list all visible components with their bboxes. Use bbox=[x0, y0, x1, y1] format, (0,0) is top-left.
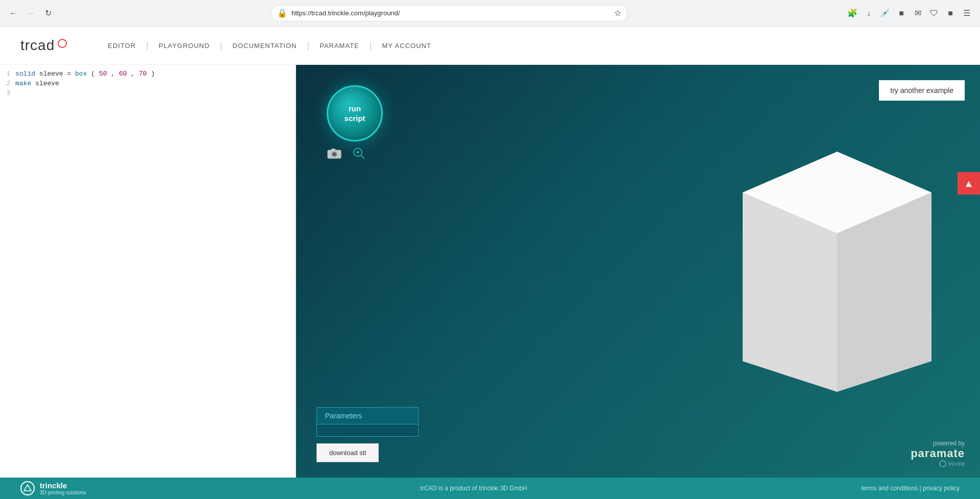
viewport-icons bbox=[327, 147, 365, 163]
nav-item-paramate[interactable]: PARAMATE bbox=[309, 42, 370, 50]
nav-menu: EDITOR | PLAYGROUND | DOCUMENTATION | PA… bbox=[97, 40, 442, 51]
code-num-3: 70 bbox=[139, 70, 147, 78]
browser-toolbar-right: 🧩 ↓ 💉 ■ ✉ 🛡 ■ ☰ bbox=[845, 6, 974, 20]
code-line-3: 3 bbox=[0, 88, 296, 98]
code-paren-close: ) bbox=[151, 70, 155, 78]
keyword-solid: solid bbox=[15, 70, 35, 78]
3d-box bbox=[743, 141, 932, 397]
warning-icon[interactable]: ▲ bbox=[958, 172, 980, 195]
star-icon: ☆ bbox=[614, 8, 621, 18]
keyword-make: make bbox=[15, 80, 31, 87]
download-icon[interactable]: ↓ bbox=[862, 6, 876, 20]
code-text-1: solid sleeve = box ( 50 , 60 , 70 ) bbox=[15, 70, 296, 78]
addon-icon[interactable]: ■ bbox=[943, 6, 958, 20]
viewport: run script try another example ▲ bbox=[296, 65, 980, 478]
logo-text: trcad bbox=[20, 37, 55, 54]
forward-button[interactable]: → bbox=[23, 6, 38, 20]
run-script-button[interactable]: run script bbox=[327, 85, 383, 141]
zoom-icon[interactable] bbox=[352, 147, 365, 163]
footer-trinckle-icon bbox=[20, 481, 35, 495]
shield-icon: 🔒 bbox=[277, 8, 287, 18]
3d-box-container bbox=[735, 126, 939, 412]
footer: trinckle 3D printing solutions trCAD is … bbox=[0, 478, 980, 499]
code-comma-2: , bbox=[131, 70, 139, 78]
keyword-func: box bbox=[75, 70, 87, 78]
code-comma-1: , bbox=[111, 70, 119, 78]
paramate-logo: paramate bbox=[911, 447, 965, 460]
reload-button[interactable]: ↻ bbox=[41, 6, 55, 20]
url-input[interactable] bbox=[291, 9, 610, 17]
code-text-2: make sleeve bbox=[15, 80, 296, 87]
browser-chrome: ← → ↻ 🔒 ☆ 🧩 ↓ 💉 ■ ✉ 🛡 ■ ☰ bbox=[0, 0, 980, 27]
powered-by: powered by paramate trinckle bbox=[911, 440, 965, 467]
svg-marker-16 bbox=[24, 485, 31, 491]
extensions-icon[interactable]: 🧩 bbox=[845, 6, 860, 20]
logo-icon bbox=[58, 39, 67, 48]
editor-panel[interactable]: 1 solid sleeve = box ( 50 , 60 , 70 ) 2 bbox=[0, 65, 296, 478]
parameters-header[interactable]: Parameters bbox=[316, 407, 419, 424]
security-icon[interactable]: 🛡 bbox=[927, 6, 941, 20]
line-number-2: 2 bbox=[0, 80, 15, 87]
nav-item-documentation[interactable]: DOCUMENTATION bbox=[223, 42, 307, 50]
camera-icon[interactable] bbox=[327, 147, 342, 162]
logo: trcad bbox=[20, 37, 67, 54]
main-content: 1 solid sleeve = box ( 50 , 60 , 70 ) 2 bbox=[0, 65, 980, 478]
nav-item-playground[interactable]: PLAYGROUND bbox=[149, 42, 220, 50]
try-another-example-button[interactable]: try another example bbox=[879, 80, 965, 101]
menu-icon[interactable]: ☰ bbox=[960, 6, 974, 20]
footer-links-text: terms and conditions | privacy policy bbox=[861, 485, 960, 492]
nav-buttons: ← → ↻ bbox=[6, 6, 55, 20]
download-stl-button[interactable]: download stl bbox=[316, 443, 379, 462]
code-line-2: 2 make sleeve bbox=[0, 79, 296, 88]
svg-rect-2 bbox=[331, 149, 335, 151]
trinckle-logo-small: trinckle bbox=[939, 460, 965, 467]
footer-center: trCAD is a product of trinckle 3D GmbH bbox=[420, 485, 527, 492]
code-text-3 bbox=[15, 89, 296, 97]
mail-icon[interactable]: ✉ bbox=[911, 6, 925, 20]
parameters-panel[interactable]: Parameters bbox=[316, 407, 419, 437]
code-num-2: 60 bbox=[119, 70, 127, 78]
parameters-body bbox=[316, 424, 419, 437]
svg-line-5 bbox=[361, 155, 364, 159]
line-number-1: 1 bbox=[0, 70, 15, 78]
address-bar[interactable]: 🔒 ☆ bbox=[271, 5, 628, 21]
code-area[interactable]: 1 solid sleeve = box ( 50 , 60 , 70 ) 2 bbox=[0, 65, 296, 102]
code-varname-1: sleeve = bbox=[39, 70, 75, 78]
trinckle-label-sm: trinckle bbox=[948, 461, 965, 467]
footer-sub: 3D printing solutions bbox=[40, 490, 86, 495]
line-number-3: 3 bbox=[0, 90, 15, 97]
footer-logo-text: trinckle 3D printing solutions bbox=[40, 481, 86, 495]
svg-point-3 bbox=[333, 153, 336, 156]
footer-links[interactable]: terms and conditions | privacy policy bbox=[861, 485, 960, 492]
run-label: run bbox=[349, 104, 361, 114]
app-header: trcad EDITOR | PLAYGROUND | DOCUMENTATIO… bbox=[0, 27, 980, 65]
footer-logo: trinckle 3D printing solutions bbox=[20, 481, 86, 495]
nav-item-my-account[interactable]: MY ACCOUNT bbox=[372, 42, 441, 50]
eyedropper-icon[interactable]: 💉 bbox=[878, 6, 892, 20]
script-label: script bbox=[345, 113, 365, 124]
nav-item-editor[interactable]: EDITOR bbox=[97, 42, 146, 50]
svg-point-15 bbox=[940, 461, 946, 467]
code-num-1: 50 bbox=[99, 70, 107, 78]
footer-brand: trinckle bbox=[40, 481, 86, 490]
code-line-1: 1 solid sleeve = box ( 50 , 60 , 70 ) bbox=[0, 69, 296, 79]
powered-by-label: powered by bbox=[933, 440, 965, 447]
code-paren-open: ( bbox=[91, 70, 95, 78]
puzzle-icon[interactable]: ■ bbox=[894, 6, 909, 20]
back-button[interactable]: ← bbox=[6, 6, 20, 20]
code-varname-2: sleeve bbox=[35, 80, 59, 87]
